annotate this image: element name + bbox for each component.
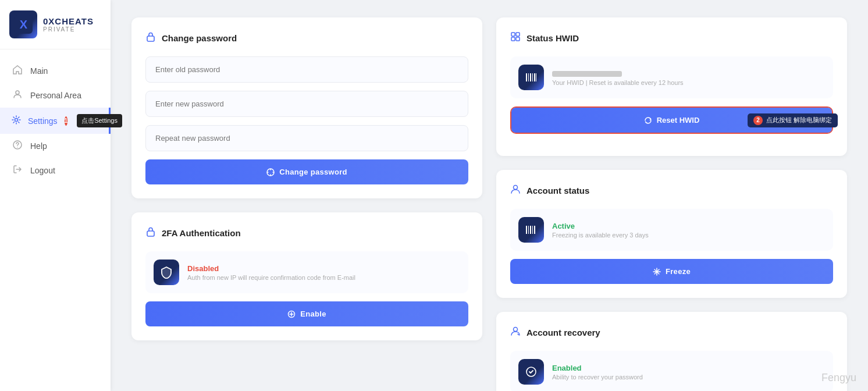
twofa-status-item: Disabled Auth from new IP will require c…: [145, 251, 468, 293]
main-content: Change password Change password 2FA Auth…: [111, 0, 868, 391]
status-hwid-card: Status HWID Your HWID | Reset is availab…: [496, 17, 847, 156]
home-icon: [12, 65, 23, 77]
svg-point-3: [15, 118, 18, 121]
hwid-barcode-icon: [518, 65, 544, 90]
logo-area: X 0XCHEATS PRIVATE: [0, 0, 111, 49]
sidebar-item-personal-label: Personal Area: [30, 91, 81, 100]
logo-title: 0XCHEATS: [43, 16, 94, 26]
svg-rect-18: [532, 73, 533, 81]
svg-point-5: [17, 147, 17, 147]
sidebar-item-help-label: Help: [30, 141, 47, 151]
sidebar-item-personal[interactable]: Personal Area: [0, 83, 111, 108]
twofa-card: 2FA Authentication Disabled Auth from ne…: [131, 212, 482, 340]
old-password-input[interactable]: [145, 56, 468, 83]
person-icon: [12, 90, 23, 101]
twofa-header: 2FA Authentication: [145, 226, 468, 240]
left-column: Change password Change password 2FA Auth…: [131, 17, 482, 391]
hwid-header: Status HWID: [510, 31, 833, 45]
tooltip-text: 点此按钮 解除电脑绑定: [766, 116, 832, 125]
account-status-desc: Freezing is available every 3 days: [552, 232, 649, 239]
twofa-lock-icon: [145, 226, 156, 240]
account-active-icon: [518, 217, 544, 243]
hwid-value: [552, 69, 684, 78]
svg-rect-13: [511, 37, 515, 41]
account-recovery-item: Enabled Ability to recover your password: [510, 351, 833, 391]
sidebar-item-main[interactable]: Main: [0, 59, 111, 83]
svg-rect-16: [528, 73, 529, 81]
settings-icon: [12, 115, 21, 127]
freeze-btn-label: Freeze: [666, 267, 691, 276]
svg-rect-25: [532, 226, 533, 234]
hwid-title: Status HWID: [527, 33, 579, 43]
account-status-item: Active Freezing is available every 3 day…: [510, 209, 833, 251]
enable-2fa-btn-label: Enable: [300, 310, 326, 318]
svg-point-2: [16, 91, 19, 94]
logout-icon: [12, 165, 23, 176]
tooltip-badge: 2: [753, 116, 763, 125]
sidebar-item-main-label: Main: [30, 66, 48, 76]
change-password-header: Change password: [145, 31, 468, 45]
svg-rect-24: [530, 226, 531, 234]
svg-rect-23: [528, 226, 529, 234]
help-icon: [12, 140, 23, 152]
account-status-label: Active: [552, 222, 649, 230]
account-recovery-card: Account recovery Enabled Ability to reco…: [496, 312, 847, 391]
change-password-btn-label: Change password: [279, 168, 347, 176]
account-recovery-title: Account recovery: [527, 328, 600, 337]
svg-rect-7: [147, 231, 154, 236]
repeat-password-input[interactable]: [145, 125, 468, 151]
account-status-title: Account status: [527, 186, 589, 196]
lock-icon: [145, 31, 156, 45]
reset-hwid-wrapper: Reset HWID 2 点此按钮 解除电脑绑定: [510, 106, 833, 134]
svg-point-21: [514, 186, 518, 190]
sidebar-item-help[interactable]: Help: [0, 134, 111, 158]
hwid-status-item: Your HWID | Reset is available every 12 …: [510, 56, 833, 98]
twofa-shield-icon: [154, 260, 179, 285]
logo-icon: X: [9, 10, 37, 38]
account-recovery-header: Account recovery: [510, 326, 833, 339]
twofa-title: 2FA Authentication: [162, 228, 241, 238]
svg-rect-19: [534, 73, 535, 81]
hwid-grid-icon: [510, 31, 521, 45]
reset-hwid-btn-label: Reset HWID: [657, 116, 700, 125]
account-recovery-icon: [510, 326, 521, 339]
account-recovery-status-icon: [518, 359, 544, 385]
change-password-card: Change password Change password: [131, 17, 482, 198]
account-recovery-status-desc: Ability to recover your password: [552, 374, 643, 381]
svg-rect-26: [534, 226, 535, 234]
hwid-sub-text: Your HWID | Reset is available every 12 …: [552, 79, 684, 86]
svg-point-31: [514, 328, 518, 332]
right-column: Status HWID Your HWID | Reset is availab…: [496, 17, 847, 391]
twofa-status-label: Disabled: [187, 264, 355, 273]
sidebar-item-logout[interactable]: Logout: [0, 158, 111, 183]
svg-rect-14: [516, 37, 520, 41]
sidebar-item-settings-label: Settings: [28, 116, 58, 126]
svg-rect-22: [526, 226, 527, 234]
svg-rect-17: [530, 73, 531, 81]
sidebar-nav: Main Personal Area Settings 1 点击Settings…: [0, 49, 111, 391]
settings-tooltip: 点击Settings: [77, 114, 122, 127]
svg-text:X: X: [20, 18, 28, 31]
svg-rect-12: [516, 33, 520, 36]
sidebar-item-settings[interactable]: Settings 1 点击Settings: [0, 108, 111, 134]
svg-rect-15: [526, 73, 527, 81]
account-recovery-status-label: Enabled: [552, 364, 643, 372]
svg-rect-20: [536, 73, 536, 81]
change-password-title: Change password: [162, 33, 237, 43]
settings-badge: 1: [65, 116, 68, 126]
account-status-card: Account status Active Freezing is availa…: [496, 170, 847, 298]
account-status-icon: [510, 184, 521, 197]
change-password-button[interactable]: Change password: [145, 159, 468, 184]
reset-hwid-tooltip: 2 点此按钮 解除电脑绑定: [748, 113, 838, 127]
logo-subtitle: PRIVATE: [43, 26, 94, 33]
svg-rect-6: [147, 36, 154, 41]
enable-2fa-button[interactable]: Enable: [145, 301, 468, 326]
new-password-input[interactable]: [145, 91, 468, 117]
sidebar: X 0XCHEATS PRIVATE Main Personal Area Se…: [0, 0, 111, 391]
account-status-header: Account status: [510, 184, 833, 197]
twofa-status-desc: Auth from new IP will require confirmati…: [187, 274, 355, 281]
freeze-button[interactable]: Freeze: [510, 259, 833, 284]
svg-rect-11: [511, 33, 515, 36]
sidebar-item-logout-label: Logout: [30, 166, 55, 175]
